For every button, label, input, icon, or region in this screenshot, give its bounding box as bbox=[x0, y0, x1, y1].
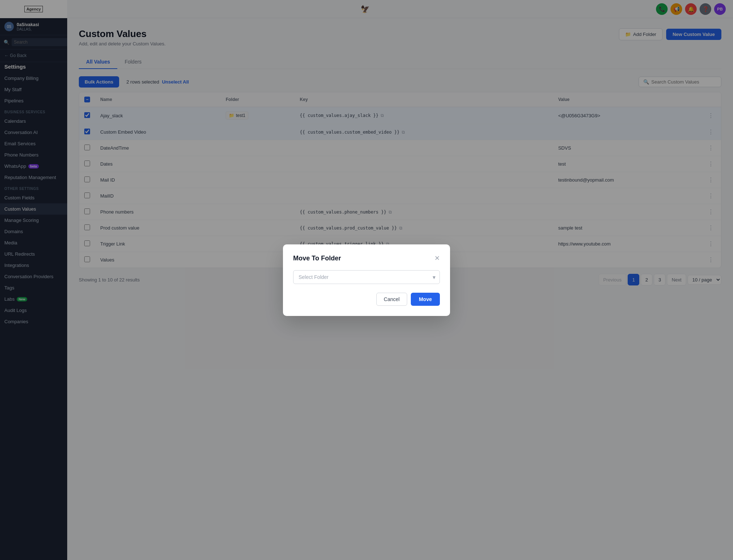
move-button[interactable]: Move bbox=[411, 293, 440, 306]
move-to-folder-modal: Move To Folder ✕ Select Folder test1 ▾ C… bbox=[283, 244, 450, 316]
modal-close-button[interactable]: ✕ bbox=[434, 255, 440, 261]
modal-footer: Cancel Move bbox=[293, 293, 440, 306]
select-folder-wrapper: Select Folder test1 ▾ bbox=[293, 270, 440, 284]
modal-title: Move To Folder bbox=[293, 255, 341, 262]
modal-header: Move To Folder ✕ bbox=[293, 255, 440, 262]
modal-overlay: Move To Folder ✕ Select Folder test1 ▾ C… bbox=[0, 0, 733, 560]
select-folder-dropdown[interactable]: Select Folder test1 bbox=[293, 270, 440, 284]
modal-body: Select Folder test1 ▾ bbox=[293, 270, 440, 284]
cancel-button[interactable]: Cancel bbox=[376, 293, 408, 306]
